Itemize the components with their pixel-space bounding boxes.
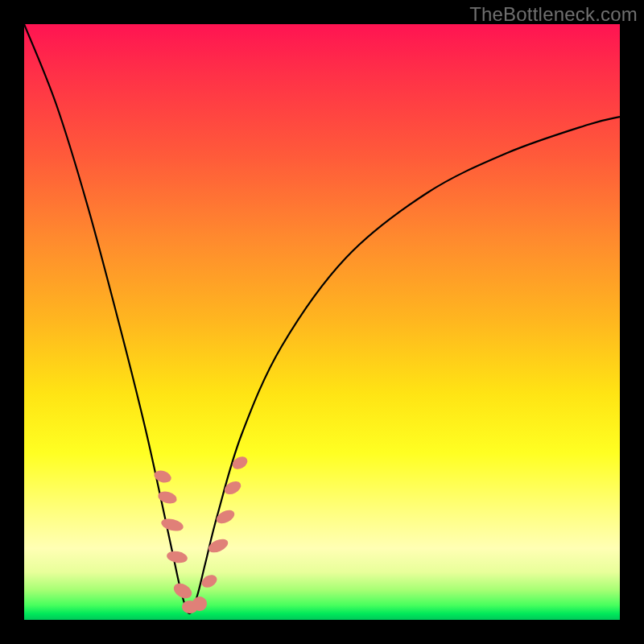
bead [166,550,188,564]
bottleneck-curve-svg [24,24,620,620]
bottleneck-curve [24,24,620,613]
bead [206,536,229,555]
chart-frame: TheBottleneck.com [0,0,644,644]
bead [222,479,243,497]
watermark-text: TheBottleneck.com [469,3,638,26]
bead [230,454,250,472]
bead [214,507,237,526]
bead [160,517,185,533]
plot-area [24,24,620,620]
curve-beads [152,454,250,614]
